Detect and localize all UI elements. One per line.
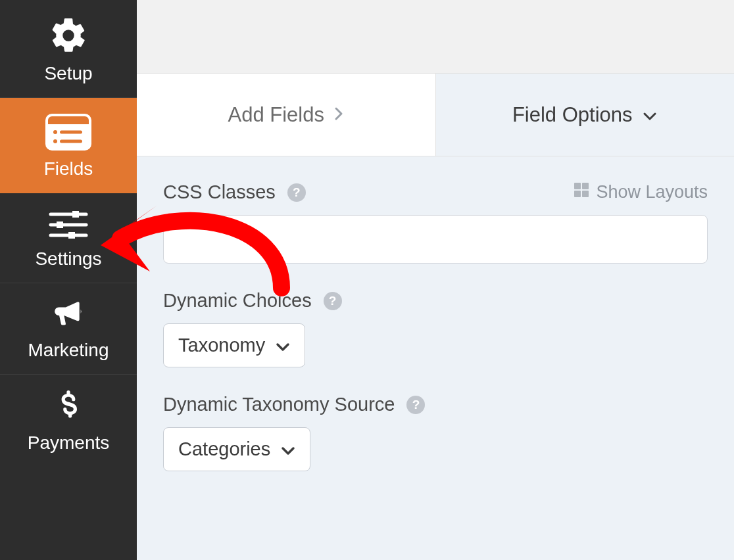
- sidebar: Setup Fields Settings: [0, 0, 137, 560]
- chevron-down-icon: [276, 335, 290, 356]
- dynamic-taxonomy-source-select[interactable]: Categories: [163, 427, 310, 471]
- tab-label: Add Fields: [228, 103, 324, 127]
- sidebar-item-settings[interactable]: Settings: [0, 193, 137, 283]
- select-value: Categories: [178, 438, 270, 460]
- sliders-icon: [49, 209, 88, 241]
- help-icon[interactable]: ?: [406, 396, 425, 414]
- chevron-right-icon: [333, 103, 344, 127]
- svg-point-4: [53, 130, 57, 134]
- main-area: Add Fields Field Options CSS: [137, 0, 734, 560]
- show-layouts-label: Show Layouts: [596, 182, 708, 202]
- svg-rect-11: [72, 211, 79, 218]
- grid-icon: [574, 182, 589, 202]
- tab-field-options[interactable]: Field Options: [435, 74, 735, 156]
- sidebar-item-label: Payments: [28, 432, 110, 454]
- dollar-icon: [57, 390, 80, 425]
- dynamic-choices-row: Dynamic Choices ? Taxonomy: [163, 290, 708, 367]
- svg-rect-14: [574, 183, 581, 189]
- dynamic-choices-select[interactable]: Taxonomy: [163, 323, 305, 367]
- help-icon[interactable]: ?: [287, 183, 306, 202]
- sidebar-item-label: Fields: [44, 158, 93, 179]
- sidebar-item-label: Setup: [44, 63, 92, 84]
- chevron-down-icon: [281, 438, 295, 460]
- svg-rect-7: [60, 140, 82, 143]
- svg-rect-17: [582, 191, 589, 197]
- tab-add-fields[interactable]: Add Fields: [137, 74, 435, 156]
- svg-rect-12: [57, 222, 63, 228]
- sidebar-item-setup[interactable]: Setup: [0, 0, 137, 98]
- tab-label: Field Options: [512, 103, 633, 127]
- sidebar-item-label: Marketing: [28, 340, 109, 361]
- chevron-down-icon: [642, 103, 658, 127]
- gear-icon: [49, 16, 88, 55]
- sidebar-item-label: Settings: [35, 248, 101, 269]
- help-icon[interactable]: ?: [324, 292, 342, 310]
- bullhorn-icon: [50, 299, 87, 332]
- select-value: Taxonomy: [178, 335, 265, 356]
- list-icon: [45, 114, 91, 151]
- dynamic-choices-label: Dynamic Choices: [163, 290, 312, 312]
- dynamic-taxonomy-source-row: Dynamic Taxonomy Source ? Categories: [163, 394, 708, 471]
- dynamic-choices-label-row: Dynamic Choices ?: [163, 290, 708, 312]
- dynamic-taxonomy-source-label-row: Dynamic Taxonomy Source ?: [163, 394, 708, 415]
- css-classes-label-row: CSS Classes ? Show Layouts: [163, 181, 708, 203]
- css-classes-input[interactable]: [163, 215, 708, 264]
- css-classes-row: CSS Classes ? Show Layouts: [163, 181, 708, 264]
- svg-rect-15: [582, 183, 589, 189]
- app-root: Setup Fields Settings: [0, 0, 734, 560]
- svg-rect-5: [60, 131, 82, 134]
- top-bar: [137, 0, 734, 74]
- show-layouts-button[interactable]: Show Layouts: [574, 182, 708, 202]
- sidebar-item-marketing[interactable]: Marketing: [0, 283, 137, 375]
- svg-rect-13: [68, 232, 75, 239]
- tabs: Add Fields Field Options: [137, 74, 734, 156]
- dynamic-taxonomy-source-label: Dynamic Taxonomy Source: [163, 394, 395, 415]
- svg-rect-16: [574, 191, 581, 197]
- field-options-panel: CSS Classes ? Show Layouts Dynamic Choic…: [137, 156, 734, 560]
- css-classes-label: CSS Classes: [163, 181, 276, 203]
- sidebar-item-payments[interactable]: Payments: [0, 375, 137, 467]
- sidebar-item-fields[interactable]: Fields: [0, 98, 137, 193]
- svg-rect-2: [47, 115, 90, 124]
- svg-point-6: [53, 139, 57, 143]
